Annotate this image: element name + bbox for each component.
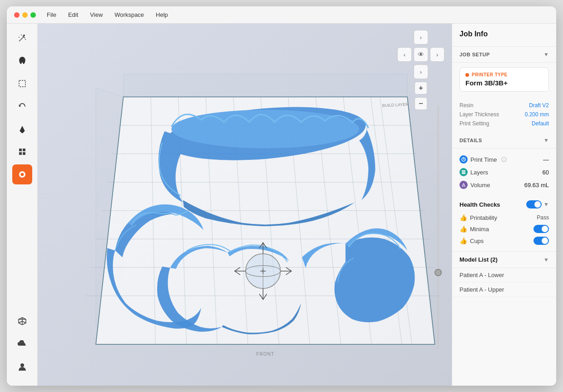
cube-view-button[interactable] [12,311,32,331]
cups-toggle[interactable] [533,237,549,245]
resin-row: Resin Draft V2 [459,101,549,110]
model-list-header[interactable]: Model List (2) ▼ [452,252,556,268]
slider-thumb[interactable] [435,269,442,276]
health-checks-header: Health Checks ▼ [459,200,549,208]
printer-card: PRINTER TYPE Form 3B/3B+ [459,67,549,92]
svg-point-4 [21,35,22,35]
tooth-button[interactable] [12,51,32,71]
cups-label: Cups [470,238,484,244]
svg-marker-22 [123,74,407,97]
svg-rect-6 [19,80,25,87]
model-patient-a-lower[interactable]: Patient A - Lower [452,268,556,283]
health-checks-toggle[interactable] [526,200,542,208]
print-setting-value[interactable]: Default [532,120,549,127]
health-checks-chevron[interactable]: ▼ [543,201,549,208]
panel-title: Job Info [459,30,549,38]
printer-dot [465,73,469,77]
left-toolbar [7,24,38,386]
layer-slider[interactable] [434,105,443,349]
job-info-section: Job Info [452,24,556,47]
cloud-button[interactable] [12,334,32,354]
volume-icon [459,181,468,189]
svg-rect-10 [19,149,22,151]
zoom-out-button[interactable]: − [415,97,427,110]
selection-button[interactable] [12,74,32,94]
magic-wand-button[interactable] [12,28,32,48]
minima-icon: 👍 [459,225,467,233]
details-chevron: ▼ [543,137,549,144]
nav-down[interactable]: › [414,65,428,79]
print-setting-label: Print Setting [459,120,489,127]
window-controls[interactable] [14,12,36,18]
job-setup-header[interactable]: JOB SETUP ▼ [452,47,556,63]
printability-value: Pass [537,214,549,221]
printability-label: Printability [470,214,497,221]
volume-value: 69.63 mL [524,182,549,189]
menu-view[interactable]: View [88,10,104,19]
minima-toggle[interactable] [533,225,549,233]
support-button[interactable] [12,119,32,139]
job-setup-chevron: ▼ [543,51,549,58]
layers-label: Layers [470,169,488,176]
svg-rect-56 [462,172,465,173]
nav-controls: › ‹ 👁 › › + − [397,30,444,110]
preform-logo-button[interactable] [12,164,32,184]
print-time-icon [459,155,468,164]
expand-button[interactable]: › [414,30,428,45]
svg-rect-13 [23,152,25,155]
svg-line-19 [19,321,22,323]
menu-edit[interactable]: Edit [66,10,80,19]
details-body: Print Time i — Layers 60 [452,149,556,196]
svg-point-3 [19,37,20,38]
svg-point-21 [20,363,24,367]
layers-value: 60 [543,169,549,176]
printer-type-label: PRINTER TYPE [465,72,543,77]
print-setting-row: Print Setting Default [459,119,549,128]
model-list-chevron[interactable]: ▼ [543,257,549,263]
resin-label: Resin [459,102,474,109]
layer-thickness-value[interactable]: 0.200 mm [525,111,549,118]
menu-workspace[interactable]: Workspace [113,10,146,19]
rotate-button[interactable] [12,96,32,116]
svg-text:i: i [504,158,504,161]
svg-rect-9 [21,132,23,133]
menu-file[interactable]: File [45,10,58,19]
details-header[interactable]: DETAILS ▼ [452,133,556,149]
print-time-label: Print Time [470,156,497,163]
printability-icon: 👍 [459,214,467,221]
user-button[interactable] [12,357,32,377]
layout-button[interactable] [12,142,32,162]
svg-marker-7 [20,126,25,131]
layer-thickness-row: Layer Thickness 0.200 mm [459,110,549,119]
model-patient-a-upper[interactable]: Patient A - Upper [452,283,556,297]
nav-eye[interactable]: 👁 [414,47,428,62]
nav-left[interactable]: ‹ [397,47,412,62]
svg-point-15 [20,173,24,176]
cups-icon: 👍 [459,237,467,244]
minimize-button[interactable] [22,12,28,18]
menu-help[interactable]: Help [154,10,170,19]
cups-row: 👍 Cups [459,235,549,247]
minima-row: 👍 Minima [459,223,549,235]
layer-thickness-label: Layer Thickness [459,111,499,118]
title-bar: File Edit View Workspace Help [7,6,556,24]
svg-rect-58 [462,173,465,174]
layers-row: Layers 60 [459,166,549,179]
viewport[interactable]: FRONT BUILD LAYER › ‹ 👁 › › + − [38,24,452,386]
job-setup-label: JOB SETUP [459,52,490,57]
minima-label: Minima [470,226,489,233]
health-checks-section: Health Checks ▼ 👍 Printability Pass [452,196,556,252]
svg-line-20 [22,321,26,323]
svg-rect-8 [20,131,24,132]
svg-line-0 [19,37,24,41]
layers-icon [459,168,468,176]
maximize-button[interactable] [30,12,36,18]
zoom-in-button[interactable]: + [415,82,427,94]
close-button[interactable] [14,12,20,18]
right-panel: Job Info JOB SETUP ▼ PRINTER TYPE Form 3… [452,24,556,386]
nav-right[interactable]: › [430,47,444,62]
svg-point-5 [25,39,26,40]
resin-value[interactable]: Draft V2 [529,102,549,109]
printability-row: 👍 Printability Pass [459,212,549,223]
details-label: DETAILS [459,138,482,143]
